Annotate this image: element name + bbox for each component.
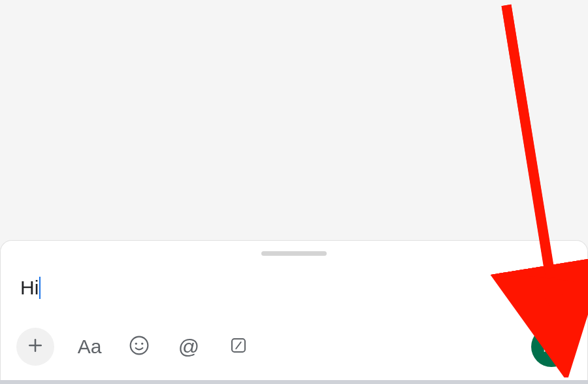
plus-icon <box>25 336 45 358</box>
send-icon <box>542 336 561 358</box>
svg-point-3 <box>135 343 137 345</box>
message-input[interactable]: Hi <box>20 277 572 299</box>
compose-panel: Hi Aa @ <box>0 240 588 380</box>
send-button[interactable] <box>531 326 572 367</box>
format-text-label: Aa <box>78 336 102 358</box>
emoji-icon <box>129 335 150 358</box>
svg-point-2 <box>131 337 148 355</box>
text-cursor <box>39 277 41 299</box>
canvas-icon <box>229 336 248 358</box>
mention-label: @ <box>178 335 199 359</box>
format-text-button[interactable]: Aa <box>75 332 104 361</box>
message-text: Hi <box>20 277 39 299</box>
svg-line-8 <box>506 5 551 278</box>
svg-line-6 <box>236 342 241 349</box>
canvas-button[interactable] <box>224 332 253 361</box>
emoji-button[interactable] <box>125 332 154 361</box>
mention-button[interactable]: @ <box>174 332 203 361</box>
bottom-system-bar <box>0 380 588 384</box>
svg-point-4 <box>141 343 143 345</box>
compose-toolbar: Aa @ <box>16 326 572 367</box>
drag-handle[interactable] <box>261 251 327 256</box>
add-attachment-button[interactable] <box>16 328 54 366</box>
